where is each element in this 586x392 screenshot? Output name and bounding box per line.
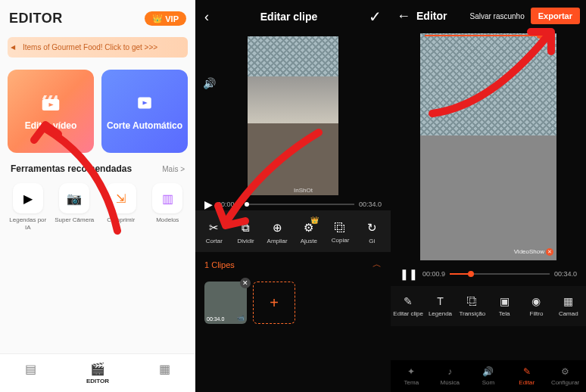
nav-theme[interactable]: ✦Tema xyxy=(395,366,427,386)
export-button[interactable]: Exportar xyxy=(531,8,580,24)
progress-bar[interactable] xyxy=(450,273,550,275)
save-draft-button[interactable]: Salvar rascunho xyxy=(469,12,524,20)
edit-icon: ✎ xyxy=(392,295,424,307)
tool-adjust[interactable]: 👑⚙Ajuste xyxy=(293,221,325,244)
gear-icon: ⚙ xyxy=(550,366,581,377)
video-preview[interactable]: 100% VideoShow✕ xyxy=(420,33,556,260)
add-clip-button[interactable]: + xyxy=(253,282,295,324)
volume-icon[interactable]: 🔊 xyxy=(203,77,216,89)
captions-icon: ▶ xyxy=(13,183,43,213)
rotate-icon: ↻ xyxy=(356,221,388,235)
crown-icon: 👑 xyxy=(310,216,319,224)
nav-edit[interactable]: ✎Editar xyxy=(511,366,543,386)
tool-layers[interactable]: ▦Camad xyxy=(553,295,584,317)
theme-icon: ✦ xyxy=(395,366,427,377)
time-end: 00:34.0 xyxy=(554,270,577,278)
tool-templates[interactable]: ▥Modelos xyxy=(147,183,188,231)
nav-item-1[interactable]: ▤ xyxy=(25,362,36,384)
clip-panel: ‹ Editar clipe ✓ 🔊 InShOt ▶ 00:00.0 00:3… xyxy=(195,0,391,392)
app-title: EDITOR xyxy=(9,11,63,26)
tool-rotate[interactable]: ↻Gi xyxy=(356,221,388,244)
editor-panel: ← Editor Salvar rascunho Exportar 100% V… xyxy=(391,0,586,392)
home-panel: EDITOR 👑 VIP Items of Gourmet Food! Clic… xyxy=(0,0,195,392)
nav-item-editor[interactable]: 🎬EDITOR xyxy=(86,362,109,384)
play-icon[interactable]: ▶ xyxy=(204,198,213,210)
sound-icon: 🔊 xyxy=(472,366,504,377)
nav-sound[interactable]: 🔊Som xyxy=(472,366,504,386)
clip-title: Editar clipe xyxy=(260,11,317,23)
clip-thumbnail[interactable]: 00:34.0📹 xyxy=(204,282,247,324)
time-end: 00:34.0 xyxy=(359,201,382,208)
split-icon: ⧉ xyxy=(230,221,262,235)
tool-compress[interactable]: ⇲Comprimir xyxy=(101,183,142,231)
text-icon: T xyxy=(424,295,456,307)
auto-cut-icon xyxy=(133,92,156,114)
editor-icon: 🎬 xyxy=(86,362,109,376)
back-icon[interactable]: ‹ xyxy=(204,9,209,25)
camera-icon: 📷 xyxy=(59,183,89,213)
grid-icon: ▤ xyxy=(25,362,36,376)
video-preview[interactable]: InShOt xyxy=(248,36,338,195)
tool-filter[interactable]: ◉Filtro xyxy=(520,295,552,317)
progress-bar[interactable] xyxy=(245,204,354,205)
auto-cut-card[interactable]: Corte Automático xyxy=(101,70,188,153)
editor-title: Editor xyxy=(416,10,447,22)
apps-icon: ▦ xyxy=(159,362,170,376)
layers-icon: ▦ xyxy=(553,295,584,307)
tool-ai-captions[interactable]: ▶Legendas por IA xyxy=(8,183,48,231)
more-link[interactable]: Mais > xyxy=(162,165,185,173)
tool-copy[interactable]: ⿻Copiar xyxy=(325,221,357,244)
nav-config[interactable]: ⚙Configurar xyxy=(550,366,581,386)
seek-bar[interactable]: 100% xyxy=(425,35,552,36)
recommended-title: Ferramentas recomendadas xyxy=(11,163,132,174)
templates-icon: ▥ xyxy=(152,183,182,213)
nav-item-3[interactable]: ▦ xyxy=(159,362,170,384)
scissors-icon: ✂ xyxy=(198,221,230,235)
edit-video-card[interactable]: Editar vídeo xyxy=(8,70,94,153)
confirm-icon[interactable]: ✓ xyxy=(369,8,382,26)
adjust-icon: ⚙ xyxy=(293,221,325,235)
vip-badge[interactable]: 👑 VIP xyxy=(145,11,186,26)
tool-super-camera[interactable]: 📷Super Câmera xyxy=(54,183,95,231)
tool-edit-clip[interactable]: ✎Editar clipe xyxy=(392,295,424,317)
tool-split[interactable]: ⧉Dividir xyxy=(230,221,262,244)
time-current: 00:00.9 xyxy=(422,270,445,278)
back-icon[interactable]: ← xyxy=(397,8,410,24)
close-icon[interactable]: ✕ xyxy=(546,248,553,256)
watermark[interactable]: VideoShow✕ xyxy=(514,248,553,256)
promo-banner[interactable]: Items of Gourmet Food! Click to get >>> xyxy=(8,37,188,58)
music-icon: ♪ xyxy=(434,366,466,377)
screen-icon: ▣ xyxy=(488,295,520,307)
tool-screen[interactable]: ▣Tela xyxy=(488,295,520,317)
transition-icon: ⿻ xyxy=(457,295,488,307)
tool-cut[interactable]: ✂Cortar xyxy=(198,221,230,244)
chevron-up-icon[interactable]: ︿ xyxy=(372,258,382,271)
compress-icon: ⇲ xyxy=(106,183,136,213)
clapboard-icon xyxy=(39,92,62,114)
time-start: 00:00.0 xyxy=(217,201,240,208)
zoom-icon: ⊕ xyxy=(261,221,293,235)
tool-caption[interactable]: TLegenda xyxy=(424,295,456,317)
watermark: InShOt xyxy=(294,187,313,194)
nav-music[interactable]: ♪Música xyxy=(434,366,466,386)
copy-icon: ⿻ xyxy=(325,221,357,234)
tool-transition[interactable]: ⿻Transição xyxy=(457,295,488,317)
pause-icon[interactable]: ❚❚ xyxy=(400,268,418,280)
filter-icon: ◉ xyxy=(520,295,552,307)
edit-nav-icon: ✎ xyxy=(511,366,543,377)
tool-zoom[interactable]: ⊕Ampliar xyxy=(261,221,293,244)
